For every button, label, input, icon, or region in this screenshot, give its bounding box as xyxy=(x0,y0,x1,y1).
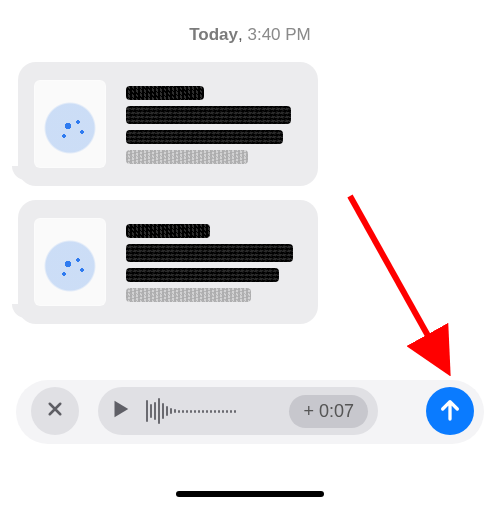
waveform-bar xyxy=(230,410,232,413)
audio-message-input-bar: + 0:07 xyxy=(16,380,484,444)
close-icon xyxy=(46,400,64,422)
attachment-thumbnail[interactable] xyxy=(34,218,106,306)
waveform-bar xyxy=(210,410,212,413)
incoming-message-bubble[interactable] xyxy=(18,62,318,186)
waveform-bar xyxy=(190,410,192,413)
play-icon xyxy=(109,398,131,424)
waveform-bar xyxy=(222,410,224,413)
waveform-bar xyxy=(214,410,216,413)
waveform-bar xyxy=(194,410,196,413)
waveform-bar xyxy=(166,406,168,416)
messages-screen: Today, 3:40 PM xyxy=(0,0,500,511)
waveform-bar xyxy=(170,408,172,414)
send-button[interactable] xyxy=(426,387,474,435)
waveform-bar xyxy=(154,402,156,420)
incoming-message-bubble[interactable] xyxy=(18,200,318,324)
conversation-timestamp: Today, 3:40 PM xyxy=(0,25,500,45)
waveform-bar xyxy=(226,410,228,413)
timestamp-time: 3:40 PM xyxy=(247,25,310,44)
cancel-recording-button[interactable] xyxy=(31,387,79,435)
timestamp-day: Today xyxy=(189,25,238,44)
waveform-bar xyxy=(146,400,148,422)
waveform-bar xyxy=(202,410,204,413)
svg-line-0 xyxy=(350,196,446,368)
waveform-bar xyxy=(206,410,208,413)
waveform-bar xyxy=(158,398,160,424)
recording-duration-label: + 0:07 xyxy=(289,395,368,428)
waveform-bar xyxy=(150,404,152,418)
waveform-bar xyxy=(234,410,236,413)
waveform-bar xyxy=(174,409,176,413)
waveform-bar xyxy=(182,410,184,413)
waveform-bar xyxy=(198,410,200,413)
arrow-up-icon xyxy=(439,397,461,425)
recording-preview-pill: + 0:07 xyxy=(98,387,378,435)
waveform-bar xyxy=(218,410,220,413)
waveform-bar xyxy=(162,403,164,419)
home-indicator[interactable] xyxy=(176,491,324,497)
waveform-icon xyxy=(142,397,256,425)
waveform-bar xyxy=(178,410,180,413)
waveform-bar xyxy=(186,410,188,413)
redacted-message-text xyxy=(126,218,300,308)
redacted-message-text xyxy=(126,80,300,170)
play-recording-button[interactable] xyxy=(98,389,142,433)
attachment-thumbnail[interactable] xyxy=(34,80,106,168)
